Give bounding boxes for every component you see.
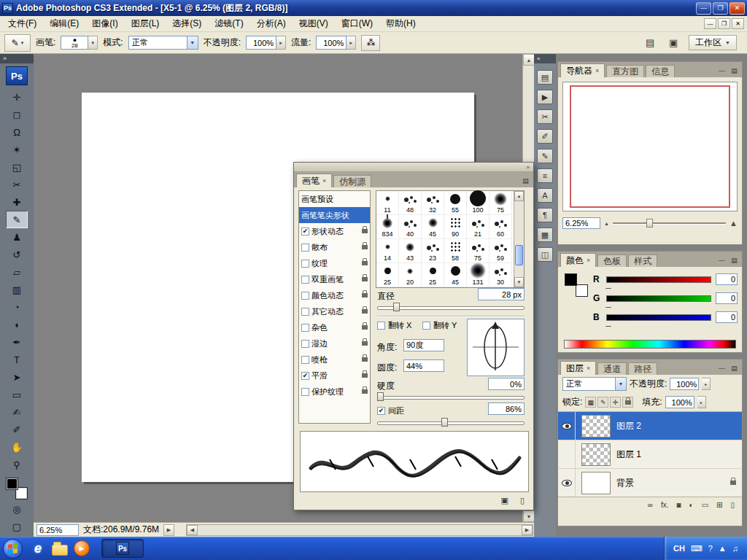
scroll-down-icon[interactable]: ▼ (514, 277, 524, 287)
go-to-bridge-icon[interactable]: ▣ (665, 36, 681, 50)
panel-tab[interactable]: 直方图 (606, 65, 644, 77)
select-arrow-icon[interactable]: ▼ (615, 378, 626, 390)
current-tool-button[interactable]: ✎ ▾ (4, 34, 31, 52)
dock-collapse-icon[interactable]: « (534, 54, 556, 63)
panel-minimize-icon[interactable]: — (717, 256, 727, 265)
fill-field[interactable]: 100% (665, 396, 694, 408)
checkbox[interactable] (301, 324, 309, 332)
brush-preset[interactable]: 30 (489, 263, 512, 287)
panel-menu-icon[interactable]: ▤ (729, 364, 739, 373)
navigator-zoom-slider[interactable] (613, 218, 726, 228)
brush-preset[interactable]: 75 (489, 191, 512, 215)
panel-menu-icon[interactable]: ▤ (729, 66, 739, 75)
select-arrow-icon[interactable]: ▼ (187, 36, 198, 49)
checkbox[interactable] (301, 244, 309, 252)
info-panel-icon[interactable]: ◫ (537, 247, 553, 262)
slider-thumb[interactable] (377, 392, 384, 401)
zoom-in-icon[interactable]: ▲ (729, 219, 738, 228)
slider-thumb[interactable] (441, 418, 448, 427)
channel-slider-track[interactable] (606, 295, 711, 302)
brush-preset[interactable]: 21 (467, 215, 489, 239)
panel-menu-icon[interactable]: ▤ (521, 176, 530, 185)
checkbox[interactable] (301, 388, 309, 396)
actions-panel-icon[interactable]: ▶ (537, 90, 553, 104)
brush-preset[interactable]: 90 (444, 215, 467, 239)
brush-preset[interactable]: 43 (399, 239, 422, 263)
brush-picker-arrow-icon[interactable]: ▾ (88, 36, 98, 50)
channel-slider-thumb[interactable] (605, 283, 611, 288)
airbrush-toggle[interactable]: ⁂ (361, 35, 380, 51)
menu-item[interactable]: 文件(F) (1, 15, 43, 32)
brush-angle-preview[interactable] (467, 319, 525, 376)
scroll-right-icon[interactable]: ▶ (522, 525, 533, 535)
checkbox[interactable]: ✔ (377, 407, 385, 415)
adjustment-layer-icon[interactable]: ◐ (689, 501, 694, 509)
path-selection-tool[interactable]: ➤ (6, 368, 28, 386)
brush-preset[interactable]: 131 (467, 263, 489, 287)
paragraph-panel-icon[interactable]: ¶ (537, 208, 553, 222)
quick-selection-tool[interactable]: ✶ (6, 141, 28, 158)
brush-preset[interactable]: 25 (376, 263, 399, 287)
brush-setting-item[interactable]: ✔平滑 (299, 368, 370, 384)
scroll-up-icon[interactable]: ▲ (514, 191, 524, 201)
shape-tool[interactable]: ▭ (6, 386, 28, 403)
link-layers-icon[interactable]: ∞ (648, 501, 653, 509)
doc-close-button[interactable]: ✕ (732, 18, 744, 29)
brush-tool[interactable]: ✎ (6, 211, 28, 228)
lock-icon[interactable] (362, 261, 368, 265)
brush-preset[interactable]: 20 (399, 263, 422, 287)
lock-icon[interactable] (362, 341, 368, 346)
tab-close-icon[interactable]: × (595, 67, 599, 74)
horizontal-scrollbar[interactable]: ◀ ▶ (186, 524, 533, 536)
panel-minimize-icon[interactable]: — (717, 364, 727, 373)
panel-tab[interactable]: 颜色× (560, 253, 596, 267)
history-brush-tool[interactable]: ↺ (6, 246, 28, 263)
crop-tool[interactable]: ◱ (6, 158, 28, 176)
zoom-tool[interactable]: ⚲ (6, 456, 28, 473)
spacing-field[interactable]: 86% (488, 402, 525, 415)
tab-close-icon[interactable]: × (322, 177, 326, 184)
menu-item[interactable]: 图像(I) (85, 15, 124, 32)
menu-item[interactable]: 滤镜(T) (208, 15, 249, 32)
checkbox[interactable] (301, 276, 309, 284)
brush-preset[interactable]: 60 (489, 215, 512, 239)
channel-slider-track[interactable] (606, 314, 711, 321)
brush-setting-item[interactable]: 杂色 (299, 319, 370, 335)
angle-field[interactable]: 90度 (403, 339, 444, 351)
panel-minimize-icon[interactable]: — (717, 66, 727, 75)
status-options-arrow-icon[interactable]: ▶ (163, 524, 174, 536)
blur-tool[interactable]: ◔ (6, 298, 28, 316)
panel-tab[interactable]: 画笔× (296, 174, 332, 187)
lock-icon[interactable] (362, 357, 368, 362)
eyedropper-tool[interactable]: ✐ (6, 421, 28, 438)
scrollbar-thumb[interactable] (515, 245, 523, 265)
opacity-field[interactable]: 100% (246, 36, 276, 50)
flip-y-checkbox[interactable]: 翻转 Y (422, 320, 457, 331)
layer-mask-icon[interactable]: ◙ (677, 501, 681, 509)
volume-icon[interactable]: ♫ (732, 544, 738, 553)
spacing-slider[interactable] (377, 418, 525, 427)
status-zoom-field[interactable]: 6.25% (36, 524, 79, 536)
panel-tab[interactable]: 色板 (597, 254, 627, 267)
delete-brush-icon[interactable]: ▯ (520, 496, 525, 505)
navigator-view-box[interactable] (570, 85, 730, 208)
clone-stamp-tool[interactable]: ♟ (6, 228, 28, 246)
taskbar-photoshop-task[interactable]: Ps (101, 539, 144, 558)
flow-field[interactable]: 100% (316, 36, 347, 50)
lock-transparency-icon[interactable]: ▦ (585, 397, 596, 408)
checkbox[interactable] (422, 322, 430, 330)
brush-preset[interactable]: 59 (489, 239, 512, 263)
type-tool[interactable]: T (6, 351, 28, 368)
layer-comps-panel-icon[interactable]: ▦ (537, 228, 553, 242)
eyedropper-panel-icon[interactable]: ✐ (537, 129, 553, 144)
brush-preset[interactable]: 100 (467, 191, 489, 215)
navigator-zoom-field[interactable]: 6.25% (562, 217, 600, 229)
menu-item[interactable]: 窗口(W) (335, 15, 379, 32)
media-player-icon[interactable]: ▶ (72, 539, 91, 558)
menu-item[interactable]: 编辑(E) (43, 15, 85, 32)
brushes-palette-titlebar[interactable]: » (294, 163, 533, 172)
brush-preset[interactable]: 32 (422, 191, 444, 215)
layer-group-icon[interactable]: ▭ (702, 501, 708, 509)
move-tool[interactable]: ✛ (6, 88, 28, 106)
panel-tab[interactable]: 信息 (646, 65, 675, 77)
